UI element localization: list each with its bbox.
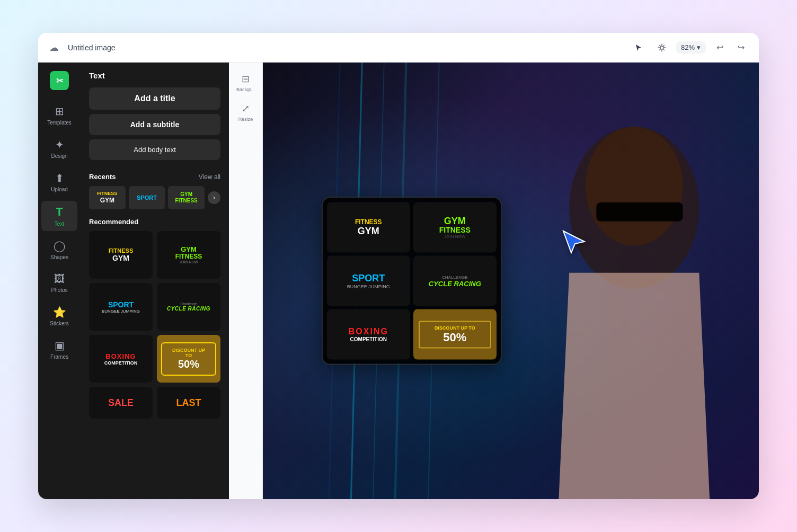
pan-tool[interactable] bbox=[652, 38, 671, 57]
recent-chip-sport[interactable]: SPORT bbox=[129, 186, 165, 209]
template-card-fitness-gym[interactable]: FITNESS GYM bbox=[89, 231, 153, 279]
recents-title: Recents bbox=[89, 173, 116, 181]
add-subtitle-button[interactable]: Add a subtitle bbox=[89, 114, 220, 135]
recents-row: FITNESSGYM SPORT GYMFITNESS › bbox=[89, 186, 220, 209]
shapes-label: Shapes bbox=[50, 254, 68, 260]
app-window: ☁ Untitled image 82% ▾ ↩ ↪ ✂ ⊞ bbox=[38, 33, 759, 499]
stickers-label: Stickers bbox=[50, 321, 69, 326]
side-toolbar: ⊟ Backgr... ⤢ Resize bbox=[229, 63, 263, 499]
view-all-button[interactable]: View all bbox=[199, 173, 220, 181]
svg-point-0 bbox=[660, 46, 663, 49]
popup-card-fitness-gym[interactable]: FITNESS GYM bbox=[327, 202, 410, 253]
document-title: Untitled image bbox=[68, 43, 623, 52]
text-icon: T bbox=[56, 205, 63, 219]
add-body-button[interactable]: Add body text bbox=[89, 139, 220, 160]
popup-card-sport-bungee[interactable]: SPORT BUNGEE JUMPING bbox=[327, 256, 410, 306]
zoom-control[interactable]: 82% ▾ bbox=[676, 41, 706, 54]
add-title-button[interactable]: Add a title bbox=[89, 87, 220, 110]
person-silhouette bbox=[461, 63, 759, 499]
photos-label: Photos bbox=[51, 287, 67, 293]
text-panel: Text Add a title Add a subtitle Add body… bbox=[81, 63, 229, 499]
templates-label: Templates bbox=[47, 120, 72, 126]
template-card-discount[interactable]: DISCOUNT UP TO 50% bbox=[157, 335, 220, 383]
design-icon: ✦ bbox=[55, 138, 64, 151]
sidebar-item-templates[interactable]: ⊞ Templates bbox=[41, 101, 77, 130]
sidebar-item-frames[interactable]: ▣ Frames bbox=[41, 335, 77, 364]
panel-heading: Text bbox=[89, 71, 220, 80]
shapes-icon: ◯ bbox=[54, 240, 65, 252]
resize-tool[interactable]: ⤢ Resize bbox=[231, 99, 261, 126]
photos-icon: 🖼 bbox=[54, 273, 65, 285]
zoom-chevron-icon: ▾ bbox=[697, 43, 701, 51]
sidebar-item-photos[interactable]: 🖼 Photos bbox=[41, 269, 77, 297]
popup-card-cycle-racing[interactable]: Challenge CYCLE RACING bbox=[413, 256, 497, 306]
app-logo: ✂ bbox=[50, 71, 69, 90]
stickers-icon: ⭐ bbox=[53, 306, 66, 318]
recommended-header: Recommended bbox=[89, 218, 220, 226]
template-card-sport-bungee[interactable]: SPORT BUNGEE JUMPING bbox=[89, 283, 153, 331]
recommended-title: Recommended bbox=[89, 218, 138, 226]
sidebar-item-stickers[interactable]: ⭐ Stickers bbox=[41, 302, 77, 331]
popup-card-boxing[interactable]: BOXING COMPETITION bbox=[327, 309, 410, 360]
frames-label: Frames bbox=[50, 354, 68, 360]
sidebar-item-shapes[interactable]: ◯ Shapes bbox=[41, 235, 77, 264]
recents-next-button[interactable]: › bbox=[208, 191, 220, 204]
recent-chip-gym-fitness[interactable]: GYMFITNESS bbox=[168, 186, 205, 209]
recent-chip-fitness-gym[interactable]: FITNESSGYM bbox=[89, 186, 126, 209]
background-label: Backgr... bbox=[236, 87, 255, 92]
text-label: Text bbox=[55, 221, 64, 227]
pointer-tool[interactable] bbox=[629, 38, 648, 57]
icon-nav: ✂ ⊞ Templates ✦ Design ⬆ Upload T Text ◯… bbox=[38, 63, 81, 499]
redo-button[interactable]: ↪ bbox=[731, 38, 750, 57]
sidebar-item-text[interactable]: T Text bbox=[41, 201, 77, 231]
sidebar-item-upload[interactable]: ⬆ Upload bbox=[41, 167, 77, 197]
canvas-area[interactable]: FITNESS GYM GYM FITNESS JOIN NOW SPORT B… bbox=[263, 63, 759, 499]
popup-card-discount[interactable]: DISCOUNT UP TO 50% bbox=[413, 309, 497, 360]
zoom-value: 82% bbox=[681, 43, 695, 51]
template-card-last[interactable]: LAST bbox=[157, 387, 220, 419]
design-label: Design bbox=[51, 153, 67, 159]
template-card-sale[interactable]: SALE bbox=[89, 387, 153, 419]
recents-header: Recents View all bbox=[89, 173, 220, 181]
undo-button[interactable]: ↩ bbox=[710, 38, 729, 57]
template-popup[interactable]: FITNESS GYM GYM FITNESS JOIN NOW SPORT B… bbox=[322, 197, 502, 365]
background-tool[interactable]: ⊟ Backgr... bbox=[231, 69, 261, 96]
popup-grid: FITNESS GYM GYM FITNESS JOIN NOW SPORT B… bbox=[327, 202, 497, 360]
svg-point-7 bbox=[586, 127, 683, 246]
upload-label: Upload bbox=[51, 187, 68, 192]
svg-rect-8 bbox=[597, 202, 683, 221]
template-card-gym-fitness[interactable]: GYM FITNESS JOIN NOW bbox=[157, 231, 220, 279]
sidebar-item-design[interactable]: ✦ Design bbox=[41, 134, 77, 163]
header: ☁ Untitled image 82% ▾ ↩ ↪ bbox=[38, 33, 759, 63]
resize-label: Resize bbox=[238, 117, 253, 122]
templates-icon: ⊞ bbox=[55, 105, 64, 118]
frames-icon: ▣ bbox=[55, 339, 65, 352]
resize-icon: ⤢ bbox=[242, 103, 250, 114]
undo-redo-group: ↩ ↪ bbox=[710, 38, 750, 57]
cloud-icon: ☁ bbox=[47, 40, 61, 55]
popup-card-gym-fitness[interactable]: GYM FITNESS JOIN NOW bbox=[413, 202, 497, 253]
template-card-boxing[interactable]: BOXING COMPETITION bbox=[89, 335, 153, 383]
upload-icon: ⬆ bbox=[55, 172, 64, 184]
header-tools: 82% ▾ ↩ ↪ bbox=[629, 38, 750, 57]
background-icon: ⊟ bbox=[242, 73, 250, 85]
main-content: ✂ ⊞ Templates ✦ Design ⬆ Upload T Text ◯… bbox=[38, 63, 759, 499]
template-grid: FITNESS GYM GYM FITNESS JOIN NOW SPORT B… bbox=[89, 231, 220, 419]
template-card-cycle-racing[interactable]: Challenge CYCLE RACING bbox=[157, 283, 220, 331]
